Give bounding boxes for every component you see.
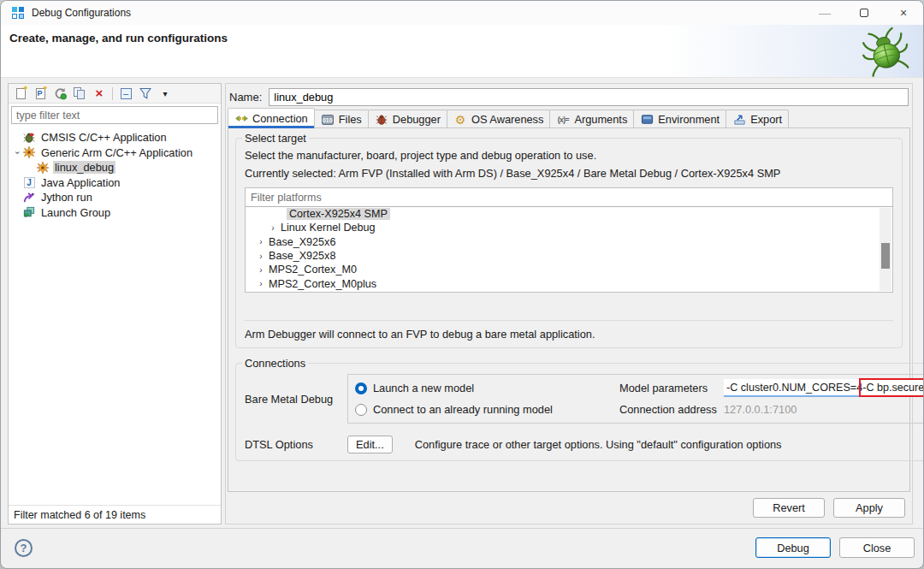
- platform-item[interactable]: › MPS2_Cortex_M0plus: [246, 276, 892, 290]
- revert-button[interactable]: Revert: [753, 498, 825, 518]
- collapse-all-icon[interactable]: –: [117, 86, 134, 101]
- tab-label: Connection: [252, 112, 308, 125]
- banner: Create, manage, and run configurations: [1, 25, 923, 78]
- link-prototype-icon[interactable]: [51, 86, 68, 101]
- arguments-icon: (x)=: [556, 113, 570, 127]
- filter-funnel-icon[interactable]: [137, 86, 154, 101]
- connection-address-value: 127.0.0.1:7100: [724, 403, 797, 416]
- toolbar-separator: [112, 87, 113, 100]
- files-icon: 010: [321, 113, 335, 127]
- tab-arguments[interactable]: (x)= Arguments: [549, 110, 634, 128]
- platform-item-selected[interactable]: Cortex-X925x4 SMP: [246, 207, 892, 221]
- collapsed-chevron-icon[interactable]: ›: [256, 279, 266, 288]
- tab-label: Files: [339, 113, 362, 126]
- platform-filter-input[interactable]: [246, 188, 892, 207]
- revert-apply-row: Revert Apply: [753, 498, 905, 518]
- tree-item-label: Jython run: [39, 191, 94, 204]
- new-configuration-icon[interactable]: ✦: [12, 86, 29, 101]
- tab-export[interactable]: Export: [726, 110, 789, 128]
- model-parameters-value: -C cluster0.NUM_CORES=4: [726, 382, 862, 394]
- close-button[interactable]: Close: [839, 537, 915, 558]
- help-icon[interactable]: ?: [15, 539, 33, 557]
- name-row: Name:: [229, 87, 909, 106]
- debug-button[interactable]: Debug: [755, 537, 831, 558]
- sidebar-filter-input[interactable]: [11, 106, 218, 124]
- connection-note: Arm Debugger will connect to an FVP to d…: [245, 328, 893, 341]
- java-application-icon: J: [22, 175, 36, 189]
- platform-list: Cortex-X925x4 SMP › Linux Kernel Debug ›…: [245, 187, 893, 293]
- collapsed-chevron-icon[interactable]: ›: [256, 265, 266, 275]
- tree-item-label: CMSIS C/C++ Application: [39, 131, 169, 144]
- launch-group-icon: [22, 205, 36, 219]
- dtsl-options-label: DTSL Options: [245, 438, 347, 451]
- minimize-icon[interactable]: —: [805, 1, 844, 25]
- connect-running-model-radio[interactable]: [355, 404, 367, 416]
- page-title: Create, manage, and run configurations: [9, 32, 228, 44]
- tree-item-jython-run[interactable]: Jython run: [9, 190, 221, 205]
- collapsed-chevron-icon[interactable]: ›: [256, 252, 266, 261]
- connection-tab-content: Select target Select the manufacturer, b…: [228, 127, 910, 492]
- red-annotation-box: -C bp.secure_memory=false: [862, 382, 924, 394]
- tree-item-java-application[interactable]: J Java Application: [9, 175, 221, 191]
- debug-configurations-dialog: Debug Configurations — × Create, manage,…: [0, 0, 924, 569]
- duplicate-icon[interactable]: [71, 86, 88, 101]
- close-icon[interactable]: ×: [884, 1, 923, 25]
- name-input[interactable]: [269, 88, 909, 106]
- connection-address-label: Connection address: [619, 403, 724, 416]
- separator: [245, 320, 893, 321]
- apply-button[interactable]: Apply: [833, 498, 905, 518]
- gear-icon: ⚙: [453, 113, 467, 127]
- jython-run-icon: [22, 191, 36, 204]
- window-controls: — ×: [805, 1, 923, 25]
- platform-scrollbar[interactable]: [880, 208, 891, 291]
- debugger-bug-icon: [375, 113, 388, 127]
- select-target-desc: Select the manufacturer, board, project …: [245, 147, 893, 163]
- delete-icon[interactable]: ×: [91, 86, 108, 101]
- export-icon: [732, 113, 746, 127]
- expanded-chevron-icon[interactable]: ›: [13, 147, 22, 157]
- filter-status-text: Filter matched 6 of 19 items: [9, 505, 221, 524]
- tree-item-launch-group[interactable]: Launch Group: [9, 205, 221, 221]
- tree-item-label: Launch Group: [39, 206, 112, 219]
- tree-item-linux-debug[interactable]: linux_debug: [9, 160, 221, 175]
- platform-item[interactable]: › Base_X925x8: [246, 249, 892, 263]
- new-prototype-icon[interactable]: P✦: [32, 86, 49, 101]
- launch-new-model-label: Launch a new model: [373, 382, 619, 394]
- tree-item-label: Java Application: [39, 176, 121, 189]
- cmsis-bug-icon: [22, 131, 36, 145]
- launch-new-model-radio[interactable]: [355, 382, 367, 394]
- platform-item[interactable]: › MPS2_Cortex_M0: [246, 263, 892, 276]
- tab-label: Export: [750, 113, 782, 126]
- sidebar-toolbar: ✦ P✦ × –: [9, 84, 221, 104]
- maximize-box: [860, 9, 868, 17]
- scrollbar-thumb[interactable]: [881, 243, 890, 269]
- collapsed-chevron-icon[interactable]: ›: [256, 237, 266, 246]
- select-target-label: Select target: [242, 132, 309, 145]
- tab-files[interactable]: 010 Files: [314, 110, 369, 128]
- collapsed-chevron-icon[interactable]: ›: [268, 223, 278, 233]
- tab-label: OS Awareness: [471, 113, 543, 126]
- titlebar: Debug Configurations — ×: [1, 1, 923, 25]
- tree-item-generic-arm[interactable]: › Generic Arm C/C++ Application: [9, 145, 221, 161]
- platform-item[interactable]: › Linux Kernel Debug: [246, 221, 892, 234]
- tree-item-cmsis[interactable]: CMSIS C/C++ Application: [9, 130, 221, 145]
- edit-button[interactable]: Edit...: [347, 436, 393, 453]
- model-parameters-input[interactable]: -C cluster0.NUM_CORES=4 -C bp.secure_mem…: [724, 379, 924, 397]
- tab-debugger[interactable]: Debugger: [368, 110, 447, 128]
- connect-running-model-label: Connect to an already running model: [373, 403, 619, 416]
- tab-os-awareness[interactable]: ⚙ OS Awareness: [447, 110, 550, 128]
- tab-connection[interactable]: Connection: [228, 108, 315, 128]
- dialog-footer: ? Debug Close: [1, 528, 923, 568]
- arm-debug-starburst-icon: [36, 161, 50, 175]
- name-label: Name:: [229, 91, 262, 104]
- maximize-icon[interactable]: [844, 1, 884, 25]
- tab-environment[interactable]: Environment: [633, 110, 726, 128]
- bare-metal-debug-label: Bare Metal Debug: [245, 393, 347, 406]
- select-target-group: Select target Select the manufacturer, b…: [235, 132, 903, 348]
- debug-beetle-icon: [856, 22, 915, 80]
- toolbar-dropdown-icon[interactable]: ▾: [157, 86, 174, 101]
- platform-item[interactable]: › Base_X925x6: [246, 235, 892, 249]
- launch-config-sidebar: ✦ P✦ × –: [8, 83, 222, 525]
- dtsl-description: Configure trace or other target options.…: [415, 438, 782, 451]
- connection-plug-icon: [234, 112, 248, 126]
